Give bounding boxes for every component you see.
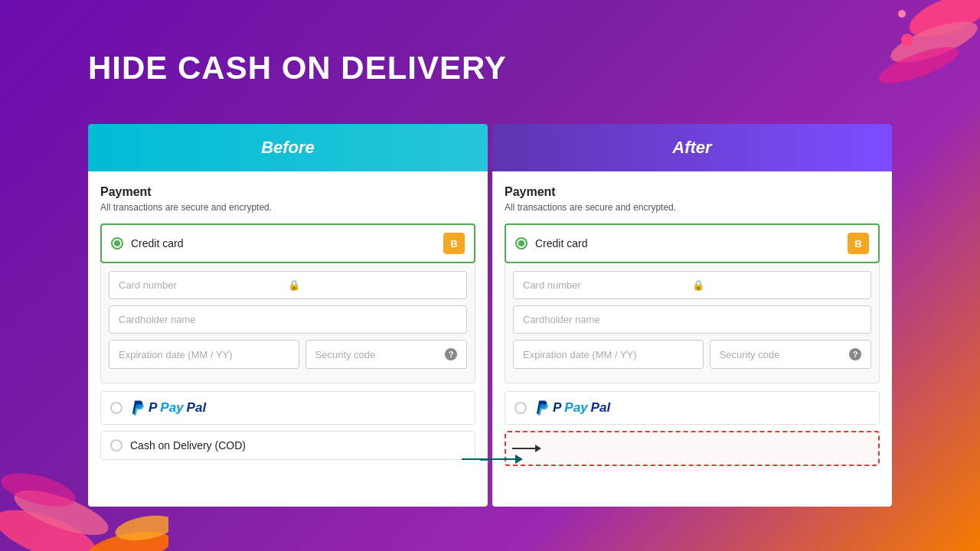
- after-cardholder-input[interactable]: Cardholder name: [513, 305, 871, 334]
- after-cardholder-placeholder: Cardholder name: [523, 314, 861, 325]
- after-card-number-row: Card number 🔒: [513, 271, 871, 299]
- after-badge: B: [848, 233, 869, 254]
- after-security-placeholder: Security code: [720, 349, 849, 360]
- deco-top-right: [827, 0, 980, 99]
- after-lock-icon: 🔒: [692, 279, 861, 291]
- after-card-number-placeholder: Card number: [523, 279, 692, 291]
- before-card-number-row: Card number 🔒: [109, 271, 467, 299]
- before-expiry-security-row: Expiration date (MM / YY) Security code …: [109, 340, 467, 369]
- before-paypal-option[interactable]: PPayPal: [100, 391, 475, 425]
- after-panel: After Payment All transactions are secur…: [492, 124, 892, 507]
- before-credit-card-option[interactable]: Credit card B: [100, 223, 475, 263]
- before-panel: Before Payment All transactions are secu…: [88, 124, 488, 507]
- svg-point-9: [113, 511, 168, 544]
- svg-point-7: [0, 467, 79, 514]
- after-arrow-line: [512, 448, 535, 449]
- before-security-help-icon: ?: [445, 348, 457, 360]
- before-expiry-input[interactable]: Expiration date (MM / YY): [109, 340, 299, 369]
- before-header: Before: [88, 124, 488, 171]
- after-credit-card-option[interactable]: Credit card B: [505, 223, 880, 263]
- after-expiry-security-row: Expiration date (MM / YY) Security code …: [513, 340, 871, 369]
- svg-point-2: [875, 40, 962, 90]
- before-expiry-placeholder: Expiration date (MM / YY): [119, 349, 289, 360]
- before-card-fields: Card number 🔒 Cardholder name Expiration…: [100, 263, 475, 383]
- svg-point-8: [87, 527, 168, 551]
- before-cardholder-placeholder: Cardholder name: [119, 314, 457, 325]
- after-paypal-text3: Pal: [591, 400, 611, 416]
- after-payment-subtitle: All transactions are secure and encrypte…: [505, 202, 880, 213]
- between-arrow: [462, 455, 523, 464]
- before-badge: B: [443, 233, 465, 254]
- after-arrow-head: [535, 445, 541, 452]
- svg-point-3: [901, 34, 913, 46]
- after-paypal-option[interactable]: PPayPal: [505, 391, 880, 425]
- before-card-number-placeholder: Card number: [119, 279, 288, 291]
- before-paypal-radio[interactable]: [110, 402, 122, 414]
- before-credit-card-label: Credit card: [131, 237, 183, 249]
- before-cardholder-row: Cardholder name: [109, 305, 467, 334]
- after-arrow-indicator: [512, 445, 541, 452]
- after-header: After: [492, 124, 892, 171]
- panels-container: Before Payment All transactions are secu…: [88, 124, 892, 507]
- after-payment-title: Payment: [505, 185, 880, 199]
- after-card-number-input[interactable]: Card number 🔒: [513, 271, 871, 299]
- before-body: Payment All transactions are secure and …: [88, 171, 488, 507]
- before-credit-card-radio[interactable]: [111, 237, 123, 249]
- before-label: Before: [261, 138, 315, 157]
- before-cod-radio[interactable]: [110, 439, 122, 452]
- after-security-help-icon: ?: [849, 348, 861, 360]
- after-body: Payment All transactions are secure and …: [492, 171, 892, 507]
- after-paypal-logo: PPayPal: [534, 399, 610, 416]
- after-expiry-placeholder: Expiration date (MM / YY): [523, 349, 694, 360]
- after-credit-card-label: Credit card: [535, 237, 587, 249]
- before-cod-option[interactable]: Cash on Delivery (COD): [100, 431, 475, 460]
- after-hidden-cod-box: [505, 431, 880, 466]
- before-payment-subtitle: All transactions are secure and encrypte…: [100, 202, 475, 213]
- after-card-fields: Card number 🔒 Cardholder name Expiration…: [505, 263, 880, 383]
- after-paypal-radio[interactable]: [514, 402, 527, 414]
- page-title: HIDE CASH ON DELIVERY: [88, 50, 507, 86]
- before-paypal-text3: Pal: [187, 400, 207, 416]
- before-paypal-logo: PPayPal: [130, 399, 206, 416]
- before-lock-icon: 🔒: [288, 279, 457, 291]
- after-expiry-input[interactable]: Expiration date (MM / YY): [513, 340, 704, 369]
- after-paypal-text2: Pay: [564, 400, 587, 416]
- svg-point-5: [0, 500, 103, 551]
- before-paypal-text: P: [149, 400, 157, 416]
- after-cardholder-row: Cardholder name: [513, 305, 871, 334]
- arrow-head: [515, 455, 523, 464]
- after-credit-card-radio[interactable]: [515, 237, 528, 249]
- before-card-number-input[interactable]: Card number 🔒: [109, 271, 467, 299]
- svg-point-4: [898, 10, 906, 18]
- svg-point-1: [886, 14, 980, 71]
- after-paypal-text: P: [553, 400, 561, 416]
- arrow-line: [462, 458, 515, 460]
- after-paypal-icon: [534, 399, 550, 416]
- before-security-placeholder: Security code: [315, 349, 445, 360]
- after-security-input[interactable]: Security code ?: [710, 340, 871, 369]
- svg-point-0: [904, 0, 980, 45]
- before-security-input[interactable]: Security code ?: [305, 340, 467, 369]
- before-paypal-icon: [130, 399, 145, 416]
- before-payment-title: Payment: [100, 185, 475, 199]
- before-paypal-text2: Pay: [160, 400, 183, 416]
- before-cardholder-input[interactable]: Cardholder name: [109, 305, 467, 334]
- before-cod-label: Cash on Delivery (COD): [130, 439, 246, 452]
- after-label: After: [672, 138, 711, 157]
